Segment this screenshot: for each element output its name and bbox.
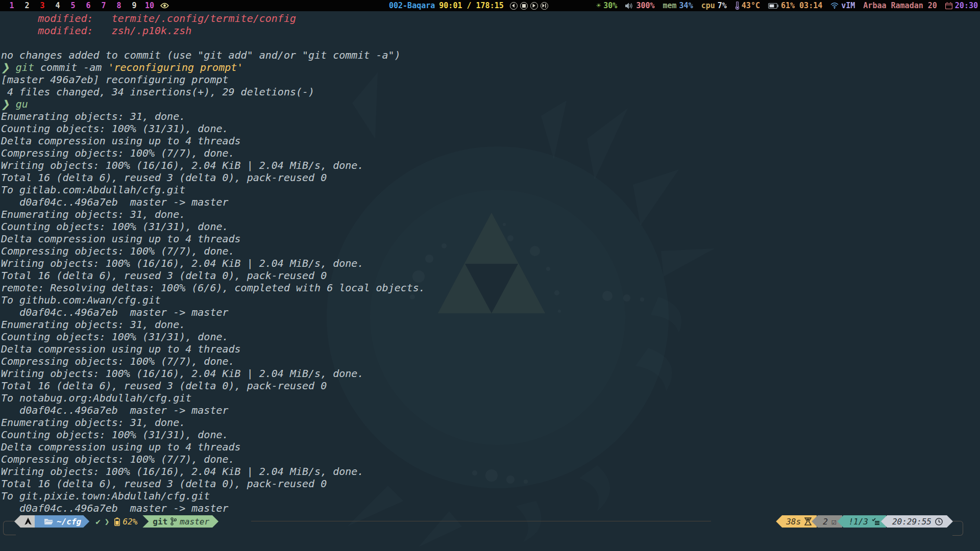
terminal-line: Counting objects: 100% (31/31), done. xyxy=(1,429,980,441)
play-button[interactable] xyxy=(530,2,538,10)
workspace-4[interactable]: 4 xyxy=(50,1,65,10)
wifi-value: vIM xyxy=(841,1,855,10)
memory-value: 34% xyxy=(679,1,693,10)
battery-prompt-segment: 62% xyxy=(114,517,137,527)
terminal-line: Compressing objects: 100% (7/7), done. xyxy=(1,355,980,367)
terminal-line: To git.pixie.town:Abdullah/cfg.git xyxy=(1,490,980,502)
terminal-line: To github.com:Awan/cfg.git xyxy=(1,294,980,306)
wifi-icon xyxy=(830,3,839,9)
temperature-module: 43°C xyxy=(735,1,760,10)
workspace-2[interactable]: 2 xyxy=(19,1,35,10)
time-segment: 20:29:55 xyxy=(881,515,953,528)
calendar-icon xyxy=(945,2,952,9)
terminal-line: remote: Resolving deltas: 100% (6/6), co… xyxy=(1,282,980,294)
terminal-line: d0af04c..496a7eb master -> master xyxy=(1,502,980,514)
workspace-1[interactable]: 1 xyxy=(4,1,19,10)
terminal-line: Counting objects: 100% (31/31), done. xyxy=(1,220,980,233)
prompt-frame-line xyxy=(251,521,711,521)
prompt-frame-right xyxy=(952,521,963,536)
terminal-line: Total 16 (delta 6), reused 3 (delta 0), … xyxy=(1,478,980,490)
workspace-6[interactable]: 6 xyxy=(81,1,96,10)
workspace-3[interactable]: 3 xyxy=(35,1,50,10)
folder-icon xyxy=(44,518,54,525)
date-module: Arbaa Ramadan 20 xyxy=(863,1,937,10)
duration-value: 38s xyxy=(786,517,801,527)
workspace-7[interactable]: 7 xyxy=(96,1,111,10)
cpu-label: cpu xyxy=(701,1,715,10)
prompt-chevron: ❯ xyxy=(105,517,110,527)
terminal-line: d0af04c..496a7eb master -> master xyxy=(1,306,980,318)
status-bar: 12345678910 002-Baqara 90:01 / 178:15 ☀ … xyxy=(0,0,980,11)
workspace-9[interactable]: 9 xyxy=(127,1,142,10)
terminal-line: d0af04c..496a7eb master -> master xyxy=(1,404,980,416)
terminal-line: Total 16 (delta 6), reused 3 (delta 0), … xyxy=(1,269,980,282)
terminal-line: To notabug.org:Abdullah/cfg.git xyxy=(1,392,980,404)
date-value: Arbaa Ramadan 20 xyxy=(863,1,937,10)
terminal-line: no changes added to commit (use "git add… xyxy=(1,49,980,61)
thermometer-icon xyxy=(735,2,739,10)
checklist-icon xyxy=(872,518,880,525)
terminal-line: Enumerating objects: 31, done. xyxy=(1,110,980,122)
stop-button[interactable] xyxy=(520,2,528,10)
cpu-module: cpu 7% xyxy=(701,1,727,10)
brightness-module: ☀ 30% xyxy=(596,1,617,10)
terminal-line: Delta compression using up to 4 threads xyxy=(1,135,980,147)
speaker-icon xyxy=(625,3,633,9)
terminal-line: Compressing objects: 100% (7/7), done. xyxy=(1,245,980,257)
terminal-line: modified: zsh/.p10k.zsh xyxy=(1,24,980,37)
clock-module: 20:30 xyxy=(945,1,978,10)
terminal-window[interactable]: modified: termite/.config/termite/config… xyxy=(0,11,980,551)
workspace-10[interactable]: 10 xyxy=(142,1,157,10)
volume-value: 300% xyxy=(636,1,654,10)
media-player-module: 002-Baqara 90:01 / 178:15 xyxy=(389,0,548,11)
workspace-5[interactable]: 5 xyxy=(65,1,81,10)
temperature-value: 43°C xyxy=(742,1,760,10)
clock-value: 20:30 xyxy=(955,1,978,10)
git-branch-name: master xyxy=(180,517,209,527)
workspaces: 12345678910 xyxy=(0,1,157,10)
terminal-line: Total 16 (delta 6), reused 3 (delta 0), … xyxy=(1,171,980,184)
terminal-line: Delta compression using up to 4 threads xyxy=(1,233,980,245)
terminal-line: Counting objects: 100% (31/31), done. xyxy=(1,122,980,135)
volume-module: 300% xyxy=(625,1,654,10)
git-branch-icon xyxy=(170,517,177,525)
arch-linux-icon xyxy=(23,517,33,526)
battery-small-icon xyxy=(114,517,120,526)
workspace-8[interactable]: 8 xyxy=(111,1,127,10)
sun-icon: ☀ xyxy=(596,1,601,10)
terminal-line: Writing objects: 100% (16/16), 2.04 KiB … xyxy=(1,257,980,269)
cpu-value: 7% xyxy=(718,1,727,10)
battery-module: 61% 03:14 xyxy=(768,1,822,10)
terminal-line: Enumerating objects: 31, done. xyxy=(1,318,980,331)
battery-icon xyxy=(768,3,778,9)
eye-icon[interactable] xyxy=(160,3,169,9)
terminal-line: Counting objects: 100% (31/31), done. xyxy=(1,331,980,343)
battery-prompt-value: 62% xyxy=(122,517,137,527)
terminal-line: Compressing objects: 100% (7/7), done. xyxy=(1,147,980,159)
prev-button[interactable] xyxy=(510,2,518,10)
terminal-output: modified: termite/.config/termite/config… xyxy=(1,12,980,514)
git-segment: git master xyxy=(142,515,218,528)
wifi-module: vIM xyxy=(830,1,855,10)
brightness-value: 30% xyxy=(603,1,617,10)
duration-segment: 38s xyxy=(776,515,817,528)
terminal-line: 4 files changed, 34 insertions(+), 29 de… xyxy=(1,86,980,98)
directory-segment: ~/cfg xyxy=(35,515,89,528)
memory-label: mem xyxy=(663,1,677,10)
checkbox-icon: ☑ xyxy=(831,517,837,527)
track-time: 90:01 / 178:15 xyxy=(439,1,503,10)
terminal-line xyxy=(1,37,980,49)
next-button[interactable] xyxy=(541,2,548,10)
terminal-line: To gitlab.com:Abdullah/cfg.git xyxy=(1,184,980,196)
todo-segment: !1/3 xyxy=(837,515,886,528)
git-word: git xyxy=(153,517,167,527)
terminal-line: Delta compression using up to 4 threads xyxy=(1,441,980,453)
terminal-line: Writing objects: 100% (16/16), 2.04 KiB … xyxy=(1,367,980,380)
terminal-line: Enumerating objects: 31, done. xyxy=(1,208,980,220)
terminal-line: ❯ git commit -am 'reconfiguring prompt' xyxy=(1,61,980,73)
terminal-line: d0af04c..496a7eb master -> master xyxy=(1,196,980,208)
todo-count: !1/3 xyxy=(848,517,868,527)
hourglass-icon xyxy=(804,517,812,525)
clock-icon xyxy=(935,518,943,525)
prompt-bar: ~/cfg ✔ ❯ 62% git master xyxy=(0,515,980,528)
